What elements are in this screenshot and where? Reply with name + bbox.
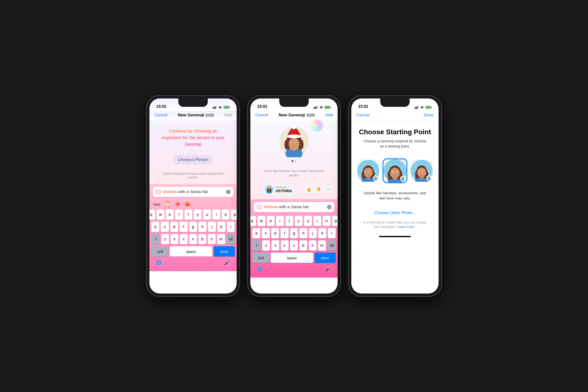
key2-q[interactable]: q <box>250 216 256 226</box>
key2-space[interactable]: space <box>271 252 313 263</box>
key2-done[interactable]: done <box>314 252 336 263</box>
status-icons-1 <box>213 106 230 109</box>
key-r[interactable]: r <box>175 210 183 220</box>
key-j[interactable]: j <box>208 222 216 232</box>
key2-i[interactable]: i <box>313 216 321 226</box>
key-l[interactable]: l <box>227 222 235 232</box>
key-y[interactable]: y <box>194 210 202 220</box>
key2-f[interactable]: f <box>280 228 288 238</box>
key-u[interactable]: u <box>203 210 211 220</box>
key2-p[interactable]: p <box>332 216 338 226</box>
key-shift[interactable]: ⇧ <box>152 234 160 244</box>
clear-button-1[interactable]: ✕ <box>226 190 230 194</box>
key-c[interactable]: c <box>180 234 188 244</box>
key-d[interactable]: d <box>170 222 178 232</box>
phone-1-screen: 15:01 Cancel New Genmoji BETA Add <box>150 98 237 294</box>
key-space[interactable]: space <box>170 246 212 256</box>
key-n[interactable]: n <box>208 234 216 244</box>
key2-u[interactable]: u <box>304 216 312 226</box>
key-e[interactable]: e <box>166 210 174 220</box>
key2-delete[interactable]: ⌫ <box>327 240 336 251</box>
key-s[interactable]: s <box>161 222 168 232</box>
key-q[interactable]: q <box>150 210 155 220</box>
mic-icon-1[interactable]: 🎤 <box>224 260 230 265</box>
key2-v[interactable]: v <box>290 240 298 251</box>
key-k[interactable]: k <box>217 222 225 232</box>
key2-d[interactable]: d <box>271 228 279 238</box>
key2-g[interactable]: g <box>290 228 298 238</box>
key2-j[interactable]: j <box>309 228 317 238</box>
autocomplete-word-1[interactable]: hate <box>153 202 160 206</box>
autocomplete-emoji-1[interactable]: 🎅 <box>164 201 170 207</box>
svg-rect-51 <box>426 106 430 108</box>
key2-n[interactable]: n <box>309 240 316 251</box>
key2-b[interactable]: b <box>300 240 307 251</box>
key2-a[interactable]: a <box>252 228 260 238</box>
key2-123[interactable]: 123 <box>252 252 269 263</box>
avatar-option-3[interactable] <box>410 160 433 182</box>
done-button-3[interactable]: Done <box>424 113 434 118</box>
more-options-button[interactable]: ··· <box>324 185 333 194</box>
girl-santa-avatar <box>278 126 310 157</box>
key-p[interactable]: p <box>231 210 237 220</box>
choose-other-photo-button[interactable]: Choose Other Photo... <box>351 206 438 220</box>
key2-m[interactable]: m <box>318 240 326 251</box>
cancel-button-2[interactable]: Cancel <box>255 113 268 118</box>
key-o[interactable]: o <box>222 210 230 220</box>
key2-y[interactable]: y <box>295 216 302 226</box>
avatar-option-2[interactable] <box>383 158 407 183</box>
key-m[interactable]: m <box>217 234 225 244</box>
key2-h[interactable]: h <box>300 228 307 238</box>
key2-x[interactable]: x <box>272 240 279 251</box>
learn-more-link[interactable]: Learn more... <box>398 225 416 228</box>
key-done[interactable]: done <box>214 246 235 256</box>
key-123[interactable]: 123 <box>152 246 168 256</box>
autocomplete-emoji-3[interactable]: 🦀 <box>184 201 190 207</box>
cancel-button-1[interactable]: Cancel <box>154 113 167 118</box>
thumbs-down-button[interactable]: 👎 <box>314 185 323 194</box>
key-w[interactable]: w <box>156 210 164 220</box>
key-v[interactable]: v <box>189 234 197 244</box>
key2-t[interactable]: t <box>286 216 293 226</box>
avatar-option-1[interactable] <box>357 160 379 182</box>
svg-point-24 <box>288 138 300 150</box>
key2-o[interactable]: o <box>323 216 330 226</box>
cancel-button-3[interactable]: Cancel <box>356 113 369 118</box>
key-g[interactable]: g <box>189 222 197 232</box>
key-i[interactable]: i <box>212 210 220 220</box>
thumbs-up-button[interactable]: 👍 <box>304 185 313 194</box>
key-t[interactable]: t <box>184 210 192 220</box>
key2-s[interactable]: s <box>262 228 270 238</box>
key2-w[interactable]: w <box>258 216 265 226</box>
key-z[interactable]: z <box>161 234 169 244</box>
add-button-1[interactable]: Add <box>224 113 232 118</box>
globe-icon-1[interactable]: 🌐 <box>156 260 162 265</box>
key2-z[interactable]: z <box>262 240 270 251</box>
key2-l[interactable]: l <box>328 228 336 238</box>
choose-person-button[interactable]: Choose a Person <box>173 155 213 164</box>
key-x[interactable]: x <box>170 234 178 244</box>
mic-icon-2[interactable]: 🎤 <box>325 266 331 272</box>
add-button-2[interactable]: Add <box>325 113 333 118</box>
svg-point-33 <box>296 144 299 146</box>
globe-icon-2[interactable]: 🌐 <box>257 266 263 272</box>
key2-shift[interactable]: ⇧ <box>252 240 261 251</box>
phone-3: 15:01 Cancel Done Choose Starting Point … <box>348 96 442 296</box>
key2-c[interactable]: c <box>281 240 288 251</box>
clear-button-2[interactable]: ✕ <box>327 205 332 209</box>
key2-e[interactable]: e <box>267 216 275 226</box>
key-delete[interactable]: ⌫ <box>226 234 235 244</box>
text-input-2[interactable]: Victoria with a Santa hat ✕ <box>253 202 335 212</box>
key2-r[interactable]: r <box>276 216 284 226</box>
key-a[interactable]: a <box>152 222 159 232</box>
avatar-badge-icon-3 <box>427 176 431 180</box>
autocomplete-emoji-2[interactable]: 🐙 <box>174 201 180 207</box>
svg-point-30 <box>296 143 297 143</box>
key2-k[interactable]: k <box>318 228 326 238</box>
key-f[interactable]: f <box>180 222 188 232</box>
svg-rect-3 <box>216 106 217 109</box>
avatar-badge-3 <box>426 176 432 181</box>
key-b[interactable]: b <box>198 234 206 244</box>
text-input-1[interactable]: Victoria with a Santa hat ✕ <box>152 186 234 197</box>
key-h[interactable]: h <box>198 222 206 232</box>
